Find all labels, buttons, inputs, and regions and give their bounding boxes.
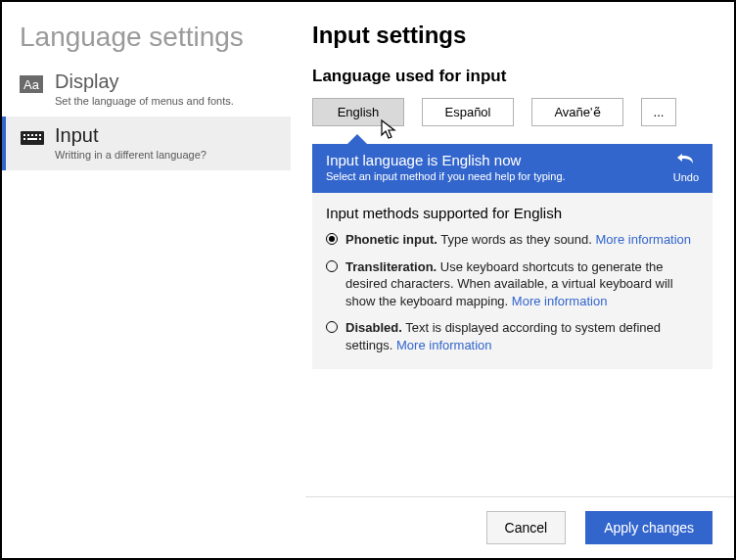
callout-subtitle: Select an input method if you need help … xyxy=(326,170,566,182)
undo-icon xyxy=(676,152,696,169)
undo-button[interactable]: Undo xyxy=(673,152,699,183)
keyboard-icon xyxy=(20,128,45,148)
sidebar-item-label: Display xyxy=(55,70,234,93)
more-info-link[interactable]: More information xyxy=(512,294,608,308)
method-disabled[interactable]: Disabled. Text is displayed according to… xyxy=(326,319,699,353)
callout-arrow-icon xyxy=(347,134,367,144)
svg-rect-4 xyxy=(27,134,29,136)
language-button-espanol[interactable]: Español xyxy=(422,98,514,126)
input-methods-panel: Input methods supported for English Phon… xyxy=(312,193,713,369)
language-buttons-row: English Español Avañe'ẽ ... xyxy=(312,98,713,126)
svg-rect-9 xyxy=(39,138,41,140)
radio-icon[interactable] xyxy=(326,321,338,333)
svg-text:Aa: Aa xyxy=(23,77,40,92)
svg-rect-8 xyxy=(23,138,25,140)
method-name: Disabled. xyxy=(345,320,402,335)
footer: Cancel Apply changes xyxy=(305,496,734,558)
sidebar-item-input[interactable]: Input Writting in a different language? xyxy=(2,117,291,170)
more-info-link[interactable]: More information xyxy=(396,338,492,352)
radio-icon[interactable] xyxy=(326,260,338,272)
sidebar-title: Language settings xyxy=(2,22,291,63)
svg-rect-10 xyxy=(27,138,37,140)
font-icon: Aa xyxy=(20,74,45,94)
sidebar: Language settings Aa Display Set the lan… xyxy=(2,2,291,558)
apply-button[interactable]: Apply changes xyxy=(585,511,713,544)
page-title: Input settings xyxy=(312,22,713,49)
language-button-avanee[interactable]: Avañe'ẽ xyxy=(531,98,623,126)
svg-rect-6 xyxy=(35,134,37,136)
callout-title: Input language is English now xyxy=(326,152,566,168)
language-button-english[interactable]: English xyxy=(312,98,404,126)
method-name: Phonetic input. xyxy=(345,232,437,247)
sidebar-item-desc: Writting in a different language? xyxy=(55,149,207,161)
method-phonetic[interactable]: Phonetic input. Type words as they sound… xyxy=(326,231,699,249)
main-panel: Input settings Language used for input E… xyxy=(291,2,734,558)
cancel-button[interactable]: Cancel xyxy=(486,511,567,544)
svg-rect-7 xyxy=(39,134,41,136)
method-desc: Type words as they sound. xyxy=(437,232,596,247)
undo-label: Undo xyxy=(673,171,699,183)
method-transliteration[interactable]: Transliteration. Use keyboard shortcuts … xyxy=(326,258,699,310)
radio-icon[interactable] xyxy=(326,233,338,245)
section-title: Language used for input xyxy=(312,67,713,86)
sidebar-item-desc: Set the language of menus and fonts. xyxy=(55,95,234,107)
settings-window: Language settings Aa Display Set the lan… xyxy=(0,0,736,560)
language-button-more[interactable]: ... xyxy=(641,98,676,126)
sidebar-item-label: Input xyxy=(55,124,207,147)
svg-rect-5 xyxy=(31,134,33,136)
more-info-link[interactable]: More information xyxy=(596,232,692,247)
svg-rect-3 xyxy=(23,134,25,136)
method-name: Transliteration. xyxy=(345,259,437,274)
sidebar-item-display[interactable]: Aa Display Set the language of menus and… xyxy=(2,63,291,117)
callout: Input language is English now Select an … xyxy=(312,144,713,369)
methods-title: Input methods supported for English xyxy=(326,205,699,221)
